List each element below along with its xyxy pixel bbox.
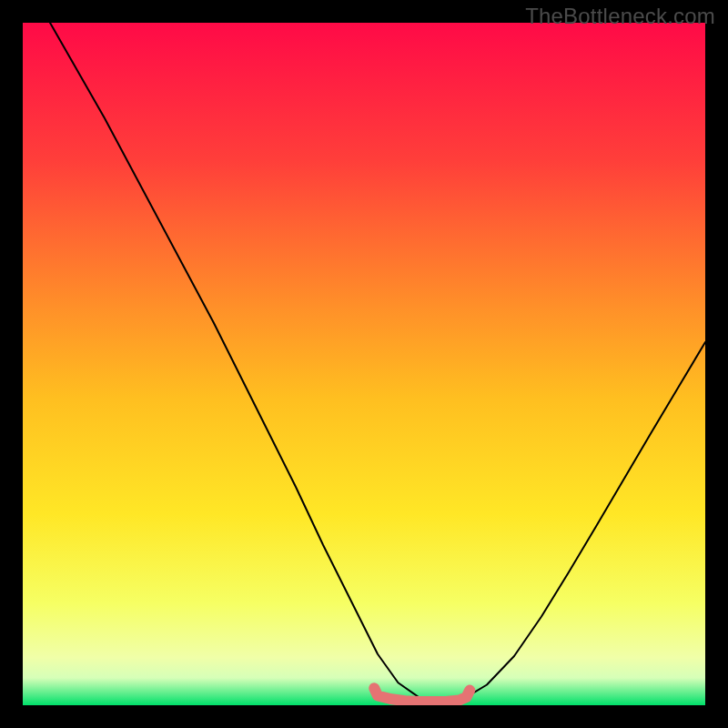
watermark-text: TheBottleneck.com: [525, 4, 715, 29]
chart-background: [23, 23, 705, 705]
app-root: TheBottleneck.com: [0, 0, 728, 728]
chart-svg: [23, 23, 705, 705]
chart-area: [23, 23, 705, 705]
